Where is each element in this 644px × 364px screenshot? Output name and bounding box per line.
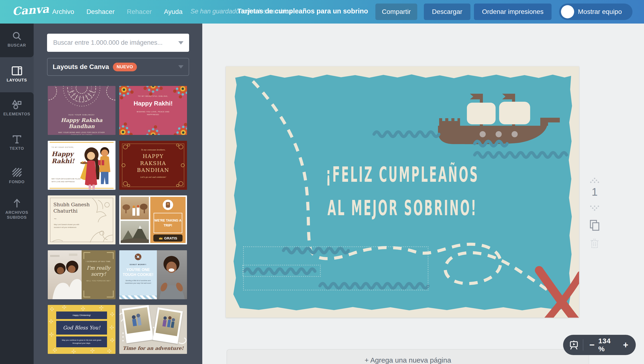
move-page-up-icon[interactable] xyxy=(590,177,600,184)
zoom-out-button[interactable]: − xyxy=(588,340,596,349)
template-happy-rakhi-floral[interactable]: TO MY BEAUTIFUL SIBLING, Happy Rakhi! WI… xyxy=(119,86,187,135)
delete-page-icon[interactable] xyxy=(590,238,599,249)
sidebar-item-layouts[interactable]: LAYOUTS xyxy=(0,66,34,83)
menu-ayuda[interactable]: Ayuda xyxy=(164,8,182,16)
photo-laughing-woman xyxy=(157,250,187,299)
layouts-dropdown[interactable]: Layouts de Canva NUEVO xyxy=(47,58,189,76)
menu-bar: Archivo Deshacer Rehacer Ayuda xyxy=(52,0,182,24)
zoom-toolbar: − 134 % + xyxy=(563,335,636,355)
sidebar-item-texto[interactable]: TEXTO xyxy=(0,134,34,151)
nuevo-badge: NUEVO xyxy=(113,63,137,71)
duplicate-page-icon[interactable] xyxy=(590,219,600,231)
template-time-for-adventure[interactable]: Time for an adventure! xyxy=(119,305,187,354)
card-title-line1[interactable]: ¡FELIZ CUMPLEAÑOS xyxy=(226,162,579,187)
template-title: HAPPY RAKSHA BANDHAN xyxy=(119,153,187,174)
backpack-icon xyxy=(163,200,173,210)
image-search-box[interactable] xyxy=(47,34,189,52)
card-artwork xyxy=(226,66,579,318)
document-title[interactable]: Tarjetas de cumpleaños para un sobrino xyxy=(237,7,368,15)
cookie-panel: DONUT WORRY! YOU'RE ONE TOUGH COOKIE! Se… xyxy=(119,250,157,299)
avatar xyxy=(561,5,574,18)
template-subtext: TO MY BEAUTIFUL SIBLING, xyxy=(119,86,187,97)
template-subtext: May you continue to grow in His love and… xyxy=(56,336,107,347)
sidebar-label: FONDO xyxy=(0,179,34,184)
add-page-button[interactable]: + Agrega una nueva página xyxy=(226,349,589,364)
chevron-down-icon xyxy=(178,41,184,45)
template-title: Shubh Ganesh Chaturthi xyxy=(54,202,91,214)
zoom-level: 134 % xyxy=(598,337,619,353)
sidebar-label: ARCHIVOS SUBIDOS xyxy=(0,210,34,220)
template-subtext: DONUT WORRY! xyxy=(119,263,157,266)
order-prints-button[interactable]: Ordenar impresiones xyxy=(474,4,552,20)
background-icon xyxy=(0,167,34,178)
template-raksha-bandhan-gold[interactable]: To my awesome brothers, HAPPY RAKSHA BAN… xyxy=(119,141,187,190)
canvas-workspace: ¡FELIZ CUMPLEAÑOS AL MEJOR SOBRINO! 1 xyxy=(202,24,644,364)
gratis-label: GRATIS xyxy=(164,236,177,240)
template-subtext: WISHING YOU LOVE, PEACE AND HAPPINESS! xyxy=(119,110,187,116)
text-icon xyxy=(0,134,34,145)
share-button[interactable]: Compartir xyxy=(376,4,417,20)
template-title: Happy Rakhi! xyxy=(119,100,187,107)
menu-archivo[interactable]: Archivo xyxy=(52,8,74,16)
template-raksha-bandhan-mandala[interactable]: HUG YOUR SIBLINGS! Happy Raksha Bandhan … xyxy=(48,86,116,135)
page-number: 1 xyxy=(588,186,601,198)
menu-rehacer[interactable]: Rehacer xyxy=(127,8,152,16)
zoom-in-button[interactable]: + xyxy=(622,340,630,349)
rail-block-bottom xyxy=(0,92,34,364)
sidebar-item-fondo[interactable]: FONDO xyxy=(0,167,34,184)
design-page[interactable]: ¡FELIZ CUMPLEAÑOS AL MEJOR SOBRINO! xyxy=(226,66,579,318)
sidebar-item-buscar[interactable]: BUSCAR xyxy=(0,31,34,48)
layouts-icon xyxy=(0,66,34,76)
chevron-down-icon xyxy=(178,65,184,69)
trip-panel: WE'RE TAKING A TRIP! GRATIS xyxy=(150,197,186,243)
move-page-down-icon[interactable] xyxy=(590,204,600,211)
crown-icon xyxy=(159,237,163,240)
template-shubh-ganesh-chaturthi[interactable]: Shubh Ganesh Chaturthi ~ May Lord Ganesh… xyxy=(48,195,116,244)
template-title: God Bless You! xyxy=(56,321,107,334)
search-input[interactable] xyxy=(53,39,178,47)
template-title: WE'RE TAKING A TRIP! xyxy=(154,213,182,233)
upload-icon xyxy=(0,198,34,209)
elements-icon xyxy=(0,99,34,110)
sorry-panel: I SCREWED UP BIG TIME. I'm really sorry!… xyxy=(82,250,116,299)
template-happy-rakhi-illustrated[interactable]: TO MY DEAR SISTERS, Happy Rakhi! MAY YOU… xyxy=(48,141,116,190)
photo-camels xyxy=(121,197,149,219)
template-subtext: I SCREWED UP BIG TIME. xyxy=(82,250,116,263)
show-team-button[interactable]: Mostrar equipo xyxy=(559,4,632,20)
template-title: Happy Rakhi! xyxy=(52,151,74,165)
canva-logo[interactable]: Canva xyxy=(12,3,50,18)
template-were-taking-a-trip[interactable]: WE'RE TAKING A TRIP! GRATIS xyxy=(119,195,187,244)
corner-ornament xyxy=(84,290,90,297)
corner-ornament xyxy=(107,290,114,297)
mandala-graphic xyxy=(48,86,116,112)
download-button[interactable]: Descargar xyxy=(424,4,470,20)
menu-deshacer[interactable]: Deshacer xyxy=(86,8,114,16)
present-icon[interactable] xyxy=(569,340,578,350)
template-im-really-sorry[interactable]: I SCREWED UP BIG TIME. I'm really sorry!… xyxy=(48,250,116,299)
canva-editor: Canva Archivo Deshacer Rehacer Ayuda Se … xyxy=(0,0,644,364)
swirl-divider: ~ xyxy=(54,216,57,222)
sidebar-item-archivos-subidos[interactable]: ARCHIVOS SUBIDOS xyxy=(0,198,34,220)
show-team-label: Mostrar equipo xyxy=(578,8,622,16)
template-title: Time for an adventure! xyxy=(119,345,187,351)
template-god-bless-you[interactable]: Happy Christening! God Bless You! May yo… xyxy=(48,305,116,354)
template-subtext: TO MY DEAR SISTERS, xyxy=(52,146,74,148)
template-subtext: WILL YOU FORGIVE ME? xyxy=(82,280,116,282)
template-title: Happy Raksha Bandhan xyxy=(48,117,116,129)
template-subtext: To my awesome brothers, xyxy=(119,141,187,151)
siblings-illustration xyxy=(76,143,116,189)
add-page-label: + Agrega una nueva página xyxy=(364,356,451,364)
template-tough-cookie[interactable]: DONUT WORRY! YOU'RE ONE TOUGH COOKIE! Se… xyxy=(119,250,187,299)
stripe-border xyxy=(119,295,157,299)
template-subtext: Let's go out and celebrate! xyxy=(119,176,187,178)
layouts-panel: Layouts de Canva NUEVO xyxy=(34,24,202,364)
top-bar: Canva Archivo Deshacer Rehacer Ayuda Se … xyxy=(0,0,644,24)
search-icon xyxy=(0,31,34,42)
card-title-line2[interactable]: AL MEJOR SOBRINO! xyxy=(226,195,579,220)
photo-sisters xyxy=(48,250,82,299)
template-subtext: MAY YOUR BOND AND LOVE FOR EACH OTHER CO… xyxy=(48,131,116,135)
sidebar-item-elementos[interactable]: ELEMENTOS xyxy=(0,99,34,117)
sidebar-rail: BUSCAR LAYOUTS ELEMENTOS xyxy=(0,24,34,364)
polaroid-photo xyxy=(122,305,153,343)
donut-icon xyxy=(134,253,142,261)
